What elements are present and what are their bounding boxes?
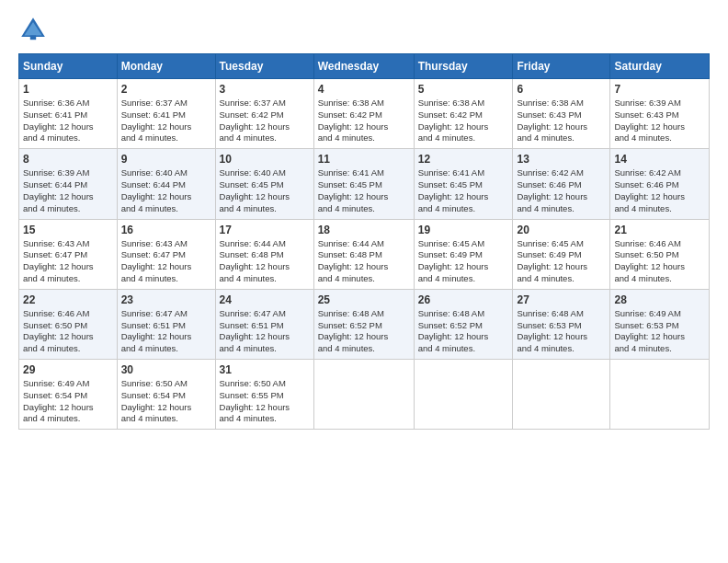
day-info: Sunrise: 6:38 AMSunset: 6:42 PMDaylight:… [418, 98, 489, 143]
day-info: Sunrise: 6:37 AMSunset: 6:42 PMDaylight:… [220, 98, 290, 143]
svg-rect-2 [30, 35, 36, 40]
table-row: 5Sunrise: 6:38 AMSunset: 6:42 PMDaylight… [414, 79, 513, 149]
table-row: 9Sunrise: 6:40 AMSunset: 6:44 PMDaylight… [117, 149, 215, 219]
table-row [513, 360, 610, 430]
header-friday: Friday [513, 54, 610, 79]
table-row: 21Sunrise: 6:46 AMSunset: 6:50 PMDayligh… [610, 219, 710, 289]
day-info: Sunrise: 6:43 AMSunset: 6:47 PMDaylight:… [23, 238, 94, 283]
day-info: Sunrise: 6:39 AMSunset: 6:43 PMDaylight:… [614, 98, 685, 143]
calendar-week-row: 15Sunrise: 6:43 AMSunset: 6:47 PMDayligh… [19, 219, 710, 289]
day-number: 22 [23, 293, 113, 306]
table-row: 13Sunrise: 6:42 AMSunset: 6:46 PMDayligh… [513, 149, 610, 219]
calendar-week-row: 8Sunrise: 6:39 AMSunset: 6:44 PMDaylight… [19, 149, 710, 219]
table-row: 27Sunrise: 6:48 AMSunset: 6:53 PMDayligh… [513, 289, 610, 359]
day-info: Sunrise: 6:41 AMSunset: 6:45 PMDaylight:… [418, 167, 489, 213]
table-row: 10Sunrise: 6:40 AMSunset: 6:45 PMDayligh… [215, 149, 313, 219]
table-row: 16Sunrise: 6:43 AMSunset: 6:47 PMDayligh… [117, 219, 215, 289]
table-row: 24Sunrise: 6:47 AMSunset: 6:51 PMDayligh… [215, 289, 313, 359]
day-number: 18 [318, 224, 410, 236]
header-saturday: Saturday [610, 54, 710, 79]
page: Sunday Monday Tuesday Wednesday Thursday… [0, 0, 728, 563]
day-info: Sunrise: 6:46 AMSunset: 6:50 PMDaylight:… [614, 238, 685, 283]
day-info: Sunrise: 6:50 AMSunset: 6:54 PMDaylight:… [121, 378, 192, 423]
day-number: 12 [418, 153, 509, 166]
day-info: Sunrise: 6:48 AMSunset: 6:53 PMDaylight:… [517, 308, 587, 353]
day-info: Sunrise: 6:41 AMSunset: 6:45 PMDaylight:… [318, 167, 389, 213]
day-number: 31 [220, 363, 310, 376]
day-info: Sunrise: 6:38 AMSunset: 6:42 PMDaylight:… [318, 98, 389, 143]
day-number: 28 [614, 293, 705, 306]
day-info: Sunrise: 6:36 AMSunset: 6:41 PMDaylight:… [23, 98, 94, 143]
day-number: 8 [23, 153, 113, 166]
day-info: Sunrise: 6:45 AMSunset: 6:49 PMDaylight:… [517, 238, 587, 283]
table-row: 26Sunrise: 6:48 AMSunset: 6:52 PMDayligh… [414, 289, 513, 359]
day-number: 5 [418, 83, 509, 96]
day-number: 4 [318, 83, 410, 96]
day-number: 27 [517, 293, 606, 306]
day-number: 26 [418, 293, 509, 306]
table-row: 29Sunrise: 6:49 AMSunset: 6:54 PMDayligh… [19, 360, 118, 430]
day-number: 14 [614, 153, 705, 166]
day-number: 17 [220, 224, 310, 236]
calendar-week-row: 29Sunrise: 6:49 AMSunset: 6:54 PMDayligh… [19, 360, 710, 430]
table-row: 15Sunrise: 6:43 AMSunset: 6:47 PMDayligh… [19, 219, 118, 289]
table-row: 23Sunrise: 6:47 AMSunset: 6:51 PMDayligh… [117, 289, 215, 359]
table-row: 31Sunrise: 6:50 AMSunset: 6:55 PMDayligh… [215, 360, 313, 430]
header-thursday: Thursday [414, 54, 513, 79]
table-row: 17Sunrise: 6:44 AMSunset: 6:48 PMDayligh… [215, 219, 313, 289]
header-monday: Monday [117, 54, 215, 79]
day-info: Sunrise: 6:40 AMSunset: 6:45 PMDaylight:… [220, 167, 290, 213]
day-info: Sunrise: 6:50 AMSunset: 6:55 PMDaylight:… [220, 378, 290, 423]
day-number: 29 [23, 363, 113, 376]
day-number: 9 [121, 153, 211, 166]
day-number: 1 [23, 83, 113, 96]
table-row: 2Sunrise: 6:37 AMSunset: 6:41 PMDaylight… [117, 79, 215, 149]
day-number: 11 [318, 153, 410, 166]
day-number: 10 [220, 153, 310, 166]
table-row: 19Sunrise: 6:45 AMSunset: 6:49 PMDayligh… [414, 219, 513, 289]
day-number: 15 [23, 224, 113, 236]
day-info: Sunrise: 6:47 AMSunset: 6:51 PMDaylight:… [121, 308, 192, 353]
table-row: 4Sunrise: 6:38 AMSunset: 6:42 PMDaylight… [313, 79, 414, 149]
table-row: 14Sunrise: 6:42 AMSunset: 6:46 PMDayligh… [610, 149, 710, 219]
table-row: 11Sunrise: 6:41 AMSunset: 6:45 PMDayligh… [313, 149, 414, 219]
day-number: 3 [220, 83, 310, 96]
calendar-week-row: 22Sunrise: 6:46 AMSunset: 6:50 PMDayligh… [19, 289, 710, 359]
day-number: 2 [121, 83, 211, 96]
table-row: 18Sunrise: 6:44 AMSunset: 6:48 PMDayligh… [313, 219, 414, 289]
day-number: 19 [418, 224, 509, 236]
header [18, 15, 710, 44]
calendar-table: Sunday Monday Tuesday Wednesday Thursday… [18, 53, 710, 430]
table-row [610, 360, 710, 430]
table-row [414, 360, 513, 430]
table-row: 22Sunrise: 6:46 AMSunset: 6:50 PMDayligh… [19, 289, 118, 359]
day-number: 20 [517, 224, 606, 236]
day-info: Sunrise: 6:48 AMSunset: 6:52 PMDaylight:… [318, 308, 389, 353]
day-info: Sunrise: 6:38 AMSunset: 6:43 PMDaylight:… [517, 98, 587, 143]
day-info: Sunrise: 6:46 AMSunset: 6:50 PMDaylight:… [23, 308, 94, 353]
day-number: 13 [517, 153, 606, 166]
calendar-header-row: Sunday Monday Tuesday Wednesday Thursday… [19, 54, 710, 79]
table-row: 20Sunrise: 6:45 AMSunset: 6:49 PMDayligh… [513, 219, 610, 289]
day-info: Sunrise: 6:40 AMSunset: 6:44 PMDaylight:… [121, 167, 192, 213]
calendar-week-row: 1Sunrise: 6:36 AMSunset: 6:41 PMDaylight… [19, 79, 710, 149]
day-info: Sunrise: 6:48 AMSunset: 6:52 PMDaylight:… [418, 308, 489, 353]
header-sunday: Sunday [19, 54, 118, 79]
day-number: 6 [517, 83, 606, 96]
day-info: Sunrise: 6:42 AMSunset: 6:46 PMDaylight:… [517, 167, 587, 213]
day-info: Sunrise: 6:49 AMSunset: 6:53 PMDaylight:… [614, 308, 685, 353]
table-row: 3Sunrise: 6:37 AMSunset: 6:42 PMDaylight… [215, 79, 313, 149]
day-info: Sunrise: 6:42 AMSunset: 6:46 PMDaylight:… [614, 167, 685, 213]
day-info: Sunrise: 6:44 AMSunset: 6:48 PMDaylight:… [318, 238, 389, 283]
table-row: 7Sunrise: 6:39 AMSunset: 6:43 PMDaylight… [610, 79, 710, 149]
table-row [313, 360, 414, 430]
table-row: 30Sunrise: 6:50 AMSunset: 6:54 PMDayligh… [117, 360, 215, 430]
day-number: 7 [614, 83, 705, 96]
table-row: 12Sunrise: 6:41 AMSunset: 6:45 PMDayligh… [414, 149, 513, 219]
day-info: Sunrise: 6:37 AMSunset: 6:41 PMDaylight:… [121, 98, 192, 143]
day-number: 21 [614, 224, 705, 236]
header-tuesday: Tuesday [215, 54, 313, 79]
day-info: Sunrise: 6:49 AMSunset: 6:54 PMDaylight:… [23, 378, 94, 423]
table-row: 1Sunrise: 6:36 AMSunset: 6:41 PMDaylight… [19, 79, 118, 149]
day-number: 25 [318, 293, 410, 306]
